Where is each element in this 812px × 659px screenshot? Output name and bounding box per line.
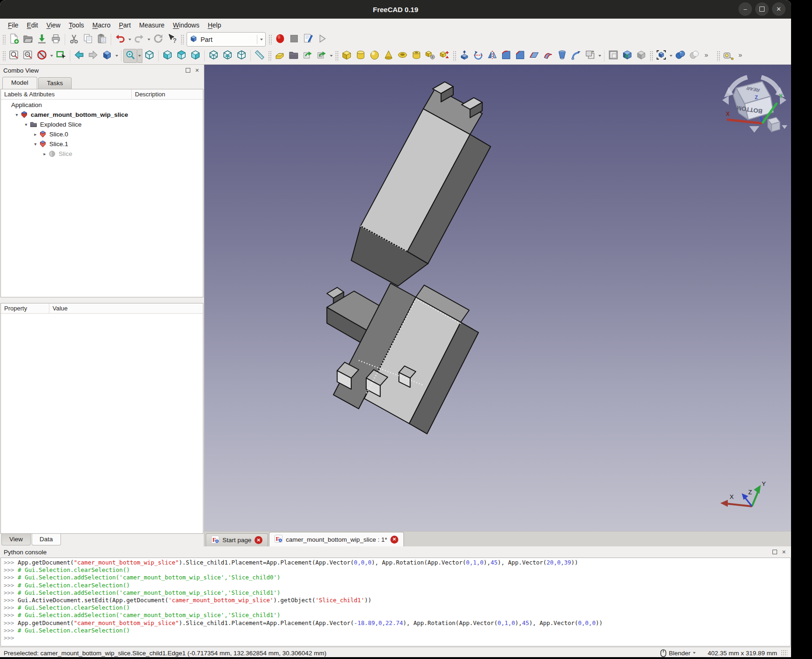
view-axonometric-button[interactable]	[100, 49, 114, 63]
navcube-bottom-arrow[interactable]	[749, 126, 759, 133]
view-isometric-button[interactable]	[142, 49, 156, 63]
offset-button[interactable]	[583, 49, 597, 63]
std-part-button[interactable]	[273, 49, 287, 63]
tape-measure-button[interactable]	[721, 49, 735, 63]
tree-item-slice-0[interactable]: ▸Slice.0	[1, 129, 203, 139]
cut-button[interactable]	[67, 33, 81, 47]
whats-this-button[interactable]: ?	[165, 33, 179, 47]
boolean-cut-button[interactable]	[687, 49, 701, 63]
offset-dropdown[interactable]	[597, 49, 602, 63]
boolean-union-button[interactable]	[673, 49, 687, 63]
undo-button[interactable]	[113, 33, 127, 47]
view-left-button[interactable]	[235, 49, 248, 63]
view-axonometric-dropdown[interactable]	[114, 49, 119, 63]
shape-builder-button[interactable]	[423, 49, 437, 63]
make-link-button[interactable]	[301, 49, 315, 63]
view-right-button[interactable]	[188, 49, 202, 63]
measure-distance-button[interactable]	[253, 49, 267, 63]
macro-play-button[interactable]	[315, 33, 329, 47]
macro-stop-button[interactable]	[287, 33, 301, 47]
view-front-button[interactable]	[161, 49, 174, 63]
tab-view[interactable]: View	[1, 534, 31, 545]
panel-splitter[interactable]	[0, 297, 204, 303]
primitive-cone-button[interactable]	[382, 49, 396, 63]
resize-grip[interactable]	[781, 650, 787, 656]
view-rear-button[interactable]	[207, 49, 221, 63]
tree-item-application[interactable]: Application	[1, 100, 203, 110]
overflow-chevron-2-button[interactable]: »	[735, 49, 749, 63]
nav-forward-button[interactable]	[86, 49, 100, 63]
redo-button[interactable]	[132, 33, 146, 47]
menu-part[interactable]: Part	[114, 20, 135, 31]
toolbar-drag-handle[interactable]	[717, 51, 720, 61]
expander-open-icon[interactable]: ▾	[22, 122, 30, 127]
toolbar-drag-handle[interactable]	[268, 51, 271, 61]
navcube-left-arrow[interactable]	[722, 96, 729, 105]
boolean-dropdown[interactable]	[668, 49, 673, 63]
document-tab-start-page[interactable]: FStart page✕	[206, 533, 268, 546]
menu-macro[interactable]: Macro	[88, 20, 115, 31]
expander-closed-icon[interactable]: ▸	[32, 132, 39, 137]
nav-back-button[interactable]	[72, 49, 86, 63]
menu-edit[interactable]: Edit	[23, 20, 42, 31]
make-sub-link-dropdown[interactable]	[329, 49, 334, 63]
python-console-input[interactable]: >>> App.getDocument("camer_mount_bottom_…	[0, 558, 791, 646]
console-close-icon[interactable]: ✕	[780, 549, 787, 556]
undo-dropdown[interactable]	[127, 33, 132, 47]
value-header[interactable]: Value	[49, 303, 203, 313]
tab-close-icon[interactable]: ✕	[390, 536, 398, 544]
tree-header-labels[interactable]: Labels & Attributes	[1, 89, 132, 99]
refresh-button[interactable]	[151, 33, 165, 47]
zoom-region-button[interactable]	[7, 49, 21, 63]
navigation-cube[interactable]: BOTTOM REAR X Y Z	[719, 67, 789, 137]
paste-button[interactable]	[95, 33, 109, 47]
menu-windows[interactable]: Windows	[169, 20, 204, 31]
fit-all-dropdown[interactable]	[137, 49, 142, 63]
tree-item-camer-mount-bottom-wip-slice[interactable]: ▾camer_mount_bottom_wip_slice	[1, 110, 203, 120]
primitive-cylinder-button[interactable]	[354, 49, 368, 63]
toolbar-drag-handle[interactable]	[2, 34, 6, 45]
title-bar[interactable]: FreeCAD 0.19 – ✕	[0, 0, 791, 19]
workbench-selector[interactable]: Part	[187, 32, 266, 47]
make-sub-link-button[interactable]	[315, 49, 329, 63]
3d-viewport[interactable]: BOTTOM REAR X Y Z	[204, 65, 791, 531]
primitives-dialog-button[interactable]	[437, 49, 451, 63]
navcube-menu-arrow[interactable]	[782, 125, 787, 129]
menu-help[interactable]: Help	[203, 20, 225, 31]
tab-model[interactable]: Model	[2, 77, 37, 89]
primitive-torus-button[interactable]	[396, 49, 409, 63]
dock-close-icon[interactable]: ✕	[194, 67, 201, 74]
make-face-button[interactable]	[527, 49, 541, 63]
document-tab-camer-mount-bottom-wip-slice-1-[interactable]: Fcamer_mount_bottom_wip_slice : 1*✕	[269, 532, 404, 546]
toolbar-drag-handle[interactable]	[2, 51, 6, 61]
tree-item-exploded-slice[interactable]: ▾Exploded Slice	[1, 120, 203, 129]
tab-tasks[interactable]: Tasks	[38, 77, 72, 89]
simple-copy-button[interactable]	[634, 49, 648, 63]
defeaturing-button[interactable]: F	[620, 49, 634, 63]
tab-close-icon[interactable]: ✕	[255, 536, 262, 544]
zoom-region-out-button[interactable]	[21, 49, 35, 63]
tree-item-slice-1[interactable]: ▾Slice.1	[1, 139, 203, 149]
menu-measure[interactable]: Measure	[135, 20, 168, 31]
primitive-tube-button[interactable]	[409, 49, 423, 63]
mirror-button[interactable]	[485, 49, 499, 63]
print-button[interactable]	[49, 33, 63, 47]
tree-header-description[interactable]: Description	[132, 89, 203, 99]
loft-button[interactable]	[555, 49, 569, 63]
toolbar-drag-handle[interactable]	[268, 34, 272, 45]
minimize-button[interactable]: –	[738, 2, 752, 16]
redo-dropdown[interactable]	[146, 33, 151, 47]
fit-all-button[interactable]	[123, 49, 137, 63]
menu-file[interactable]: File	[4, 20, 23, 31]
sweep-button[interactable]	[569, 49, 583, 63]
new-file-button[interactable]	[7, 33, 21, 47]
thickness-button[interactable]	[606, 49, 620, 63]
toolbar-drag-handle[interactable]	[650, 51, 653, 61]
navigation-off-button[interactable]	[35, 49, 49, 63]
toolbar-drag-handle[interactable]	[453, 51, 456, 61]
primitive-sphere-button[interactable]	[368, 49, 382, 63]
primitive-box-button[interactable]	[340, 49, 354, 63]
revolve-button[interactable]	[471, 49, 485, 63]
view-top-button[interactable]	[174, 49, 188, 63]
console-float-icon[interactable]	[771, 549, 778, 556]
